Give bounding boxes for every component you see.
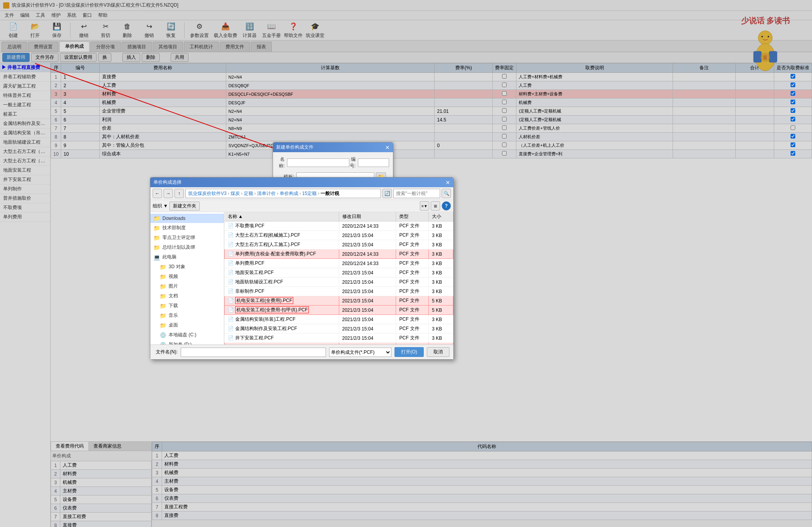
file-row[interactable]: 5 KB <box>429 296 453 306</box>
file-row[interactable]: PCF 文件 <box>396 221 429 231</box>
fb-forward-btn[interactable]: → <box>164 189 173 198</box>
file-row[interactable]: 5 KB <box>429 306 453 315</box>
file-row[interactable]: 📄机电安装工程(全费用).PCF <box>225 296 339 306</box>
file-row[interactable]: 2020/12/24 14:33 <box>339 221 396 231</box>
fb-drive-d[interactable]: 💿 新加卷 (D:) <box>150 340 224 344</box>
fb-folder-pics[interactable]: 📁 图片 <box>150 281 224 291</box>
fb-search-input[interactable] <box>393 189 440 198</box>
file-row[interactable]: 📄大型土石方工程(人工施工).PCF <box>225 240 339 249</box>
folder-docs-icon: 📁 <box>160 293 166 299</box>
file-row[interactable]: 📄非标制作.PCF <box>225 287 339 296</box>
file-row[interactable]: 3 KB <box>429 324 453 334</box>
file-row[interactable]: 📄金属结构制作及安装工程.PCF <box>225 324 339 334</box>
fb-refresh-btn[interactable]: 🔄 <box>382 189 392 198</box>
path-part-7[interactable]: 一般计税 <box>321 190 339 197</box>
file-row[interactable]: PCF 文件 <box>396 287 429 296</box>
fb-open-btn[interactable]: 打开(O) <box>395 347 424 357</box>
file-row[interactable]: 3 KB <box>429 315 453 324</box>
fb-back-btn[interactable]: ← <box>153 189 162 198</box>
file-row[interactable]: 📄金属结构安装(吊装)工程.PCF <box>225 315 339 324</box>
file-row[interactable]: PCF 文件 <box>396 259 429 268</box>
path-part-5[interactable]: 单价构成 <box>280 190 298 197</box>
file-row[interactable]: 2021/2/3 15:04 <box>339 231 396 240</box>
file-row[interactable]: 2021/2/3 15:04 <box>339 296 396 306</box>
file-row[interactable]: 📄单列费用(含税金-配套全费用取费).PCF <box>225 249 339 259</box>
file-row[interactable]: PCF 文件 <box>396 343 429 345</box>
folder-tech-icon: 📁 <box>153 225 160 231</box>
fb-view-list-btn[interactable]: ≡▼ <box>420 201 429 211</box>
fb-view-grid-btn[interactable]: ⊞ <box>431 201 440 211</box>
file-row[interactable]: 2021/2/3 15:04 <box>339 287 396 296</box>
path-part-1[interactable]: 筑业煤炭价软件V3 <box>188 190 227 197</box>
fb-folder-desktop[interactable]: 📁 桌面 <box>150 320 224 330</box>
file-row[interactable]: 3 KB <box>429 287 453 296</box>
fb-folder-tech[interactable]: 📁 技术部制度 <box>150 223 224 233</box>
path-part-6[interactable]: 15定额 <box>302 190 317 197</box>
fb-drive-c[interactable]: 💿 本地磁盘 (C:) <box>150 330 224 340</box>
fb-folder-summary[interactable]: 📁 总结计划以及绑 <box>150 242 224 252</box>
file-row[interactable]: 📄机电安装工程(全费用-扣甲供).PCF <box>225 306 339 315</box>
file-row[interactable]: 📄不取费项.PCF <box>225 221 339 231</box>
fb-folder-docs[interactable]: 📁 文档 <box>150 291 224 301</box>
file-row[interactable]: 2021/2/3 15:04 <box>339 240 396 249</box>
file-row[interactable]: 3 KB <box>429 240 453 249</box>
file-row[interactable]: 2021/2/3 15:04 <box>339 334 396 343</box>
file-row[interactable]: 2021/2/3 15:04 <box>339 343 396 345</box>
file-row[interactable]: PCF 文件 <box>396 249 429 259</box>
file-row[interactable]: PCF 文件 <box>396 315 429 324</box>
path-part-4[interactable]: 清单计价 <box>257 190 276 197</box>
file-row[interactable]: 📄地面安装工程.PCF <box>225 268 339 278</box>
file-row[interactable]: 2021/2/3 15:04 <box>339 315 396 324</box>
input-code[interactable] <box>358 158 389 167</box>
file-row[interactable]: 2020/12/24 14:33 <box>339 259 396 268</box>
fb-this-pc[interactable]: 💻 此电脑 <box>150 252 224 262</box>
file-row[interactable]: 2021/2/3 15:04 <box>339 306 396 315</box>
file-row[interactable]: 5 KB <box>429 343 453 345</box>
file-row[interactable]: 3 KB <box>429 249 453 259</box>
file-row[interactable]: PCF 文件 <box>396 334 429 343</box>
file-row[interactable]: 📄井下安装工程.PCF <box>225 334 339 343</box>
fb-folder-3d[interactable]: 📁 3D 对象 <box>150 262 224 272</box>
fb-help-btn[interactable]: ? <box>442 201 451 211</box>
file-row[interactable]: 3 KB <box>429 231 453 240</box>
folder-zero-icon: 📁 <box>153 235 160 241</box>
fb-folder-music[interactable]: 📁 音乐 <box>150 311 224 320</box>
file-row[interactable]: PCF 文件 <box>396 306 429 315</box>
file-row[interactable]: 📄单列费用.PCF <box>225 259 339 268</box>
file-row[interactable]: PCF 文件 <box>396 324 429 334</box>
file-row[interactable]: 2021/2/3 15:04 <box>339 268 396 278</box>
fb-filetype-select[interactable]: 单价构成文件(*.PCF) <box>329 348 391 357</box>
file-row[interactable]: 2021/2/3 15:04 <box>339 278 396 287</box>
dialog-new-price-close[interactable]: ✕ <box>385 144 390 151</box>
input-name[interactable] <box>287 158 349 167</box>
file-row[interactable]: 📄大型土石方工程(机械施工).PCF <box>225 231 339 240</box>
fb-up-btn[interactable]: ↑ <box>174 189 184 198</box>
fb-close[interactable]: ✕ <box>446 179 450 186</box>
file-row[interactable]: PCF 文件 <box>396 296 429 306</box>
fb-filename-input[interactable] <box>181 348 326 357</box>
fb-search-btn[interactable]: 🔍 <box>442 189 451 198</box>
dialog-file-browser: 单价构成选择 ✕ ← → ↑ 筑业煤炭价软件V3 › 煤炭 › 定额 › 清单计… <box>150 177 454 360</box>
file-row[interactable]: PCF 文件 <box>396 278 429 287</box>
fb-cancel-btn[interactable]: 取消 <box>427 347 449 357</box>
path-part-2[interactable]: 煤炭 <box>231 190 240 197</box>
file-row[interactable]: 2020/12/24 14:33 <box>339 249 396 259</box>
fb-new-folder-btn[interactable]: 新建文件夹 <box>169 202 200 211</box>
fb-folder-downloads[interactable]: 📁 Downloads <box>150 214 224 223</box>
path-part-3[interactable]: 定额 <box>244 190 253 197</box>
file-row[interactable]: 3 KB <box>429 278 453 287</box>
fb-folder-video[interactable]: 📁 视频 <box>150 272 224 281</box>
file-row[interactable]: PCF 文件 <box>396 240 429 249</box>
file-row[interactable]: 📄井巷工程辅助费(全取费).PCF <box>225 343 339 345</box>
file-row[interactable]: 3 KB <box>429 221 453 231</box>
label-name: 名称: <box>277 156 287 169</box>
file-row[interactable]: 3 KB <box>429 268 453 278</box>
file-row[interactable]: 📄地面轨轨辅设工程.PCF <box>225 278 339 287</box>
fb-folder-zero[interactable]: 📁 零点卫士评定绑 <box>150 233 224 242</box>
file-row[interactable]: 2021/2/3 15:04 <box>339 324 396 334</box>
file-row[interactable]: PCF 文件 <box>396 231 429 240</box>
file-row[interactable]: PCF 文件 <box>396 268 429 278</box>
file-row[interactable]: 3 KB <box>429 259 453 268</box>
fb-folder-dl[interactable]: 📁 下载 <box>150 301 224 311</box>
file-row[interactable]: 3 KB <box>429 334 453 343</box>
